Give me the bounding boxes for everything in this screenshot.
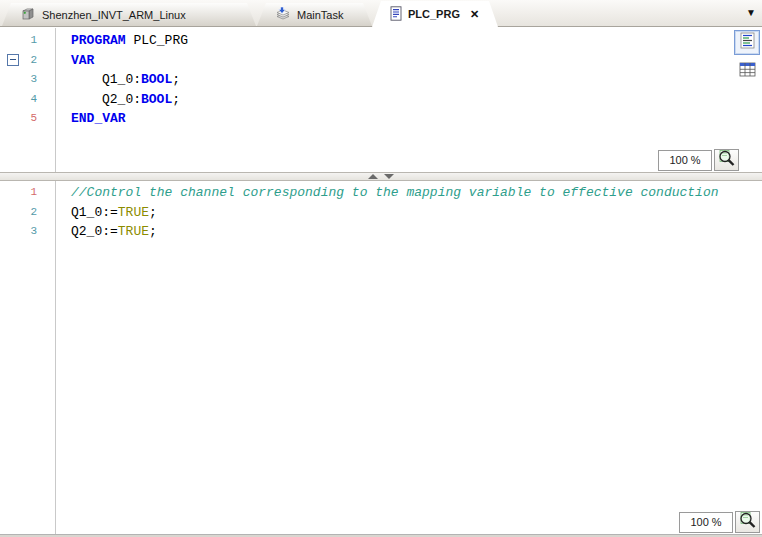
code-line[interactable]: 1//Control the channel corresponding to … [0, 183, 762, 203]
tab-maintask[interactable]: MainTask [257, 3, 372, 26]
implementation-editor[interactable]: 1//Control the channel corresponding to … [0, 181, 762, 535]
line-number: 5 [0, 109, 46, 129]
plc-editor-window: Shenzhen_INVT_ARM_Linux MainTask [0, 0, 762, 537]
pane-splitter[interactable] [0, 172, 762, 181]
code-line[interactable]: 4Q2_0:BOOL; [0, 90, 762, 110]
code-segment-keyword: BOOL [141, 92, 172, 107]
tab-label: Shenzhen_INVT_ARM_Linux [42, 9, 186, 21]
line-number: 1 [0, 183, 46, 203]
device-icon [20, 6, 36, 24]
code-segment-keyword: BOOL [141, 72, 172, 87]
document-tab-bar: Shenzhen_INVT_ARM_Linux MainTask [0, 0, 762, 27]
zoom-level-button[interactable]: 100 % [679, 512, 733, 533]
code-segment-plain: Q1_0:= [71, 205, 118, 220]
magnifier-icon [717, 149, 736, 171]
code-text: PROGRAM PLC_PRG [46, 31, 188, 51]
code-text: Q1_0:BOOL; [46, 70, 180, 90]
tab-overflow-icon[interactable]: ▼ [746, 7, 756, 18]
zoom-level-button[interactable]: 100 % [658, 150, 712, 171]
code-segment-plain: PLC_PRG [126, 33, 188, 48]
declaration-zoom-control: 100 % [658, 149, 739, 171]
declaration-view-toolbar [734, 30, 760, 84]
code-text: Q1_0:=TRUE; [46, 203, 157, 223]
line-number: 3 [0, 70, 46, 90]
code-segment-plain: Q2_0:= [71, 224, 118, 239]
tab-label: PLC_PRG [408, 8, 460, 20]
tab-plc-prg[interactable]: PLC_PRG ✕ [372, 1, 498, 27]
magnifier-zoom-button[interactable] [735, 511, 760, 533]
code-segment-plain: ; [149, 205, 157, 220]
textual-view-button[interactable] [734, 30, 760, 55]
code-segment-constant: TRUE [118, 224, 149, 239]
code-text: Q2_0:BOOL; [46, 90, 180, 110]
close-icon[interactable]: ✕ [470, 8, 479, 21]
code-segment-comment: //Control the channel corresponding to t… [71, 185, 719, 200]
line-number: 4 [0, 90, 46, 110]
tabular-view-button[interactable] [734, 59, 760, 84]
tabular-view-icon [739, 62, 756, 81]
code-text: Q2_0:=TRUE; [46, 222, 157, 242]
magnifier-zoom-button[interactable] [714, 149, 739, 171]
code-line[interactable]: 1PROGRAM PLC_PRG [0, 31, 762, 51]
code-text: //Control the channel corresponding to t… [46, 183, 719, 203]
textual-view-icon [739, 32, 756, 53]
tab-label: MainTask [297, 9, 343, 21]
line-number: 1 [0, 31, 46, 51]
implementation-lines: 1//Control the channel corresponding to … [0, 181, 762, 242]
implementation-zoom-control: 100 % [679, 511, 760, 533]
code-segment-plain: ; [149, 224, 157, 239]
code-segment-plain: Q2_0: [102, 92, 141, 107]
code-segment-constant: TRUE [118, 205, 149, 220]
code-segment-keyword: PROGRAM [71, 33, 126, 48]
code-text: END_VAR [46, 109, 126, 129]
line-number: 2 [0, 51, 46, 71]
code-line[interactable]: 2VAR [0, 51, 762, 71]
splitter-down-icon[interactable] [384, 174, 394, 179]
code-segment-keyword: VAR [71, 53, 94, 68]
code-segment-plain: ; [172, 72, 180, 87]
code-line[interactable]: 2Q1_0:=TRUE; [0, 203, 762, 223]
pou-icon [390, 6, 402, 23]
declaration-lines: 1PROGRAM PLC_PRG2VAR3Q1_0:BOOL;4Q2_0:BOO… [0, 28, 762, 129]
code-text: VAR [46, 51, 94, 71]
line-number: 3 [0, 222, 46, 242]
line-number: 2 [0, 203, 46, 223]
code-line[interactable]: 5END_VAR [0, 109, 762, 129]
code-segment-keyword: END_VAR [71, 111, 126, 126]
splitter-up-icon[interactable] [368, 174, 378, 179]
declaration-editor[interactable]: 1PROGRAM PLC_PRG2VAR3Q1_0:BOOL;4Q2_0:BOO… [0, 28, 762, 172]
code-segment-plain: Q1_0: [102, 72, 141, 87]
code-line[interactable]: 3Q1_0:BOOL; [0, 70, 762, 90]
code-line[interactable]: 3Q2_0:=TRUE; [0, 222, 762, 242]
tab-device[interactable]: Shenzhen_INVT_ARM_Linux [2, 3, 256, 26]
code-segment-plain: ; [172, 92, 180, 107]
magnifier-icon [738, 511, 757, 533]
task-icon [275, 6, 291, 24]
